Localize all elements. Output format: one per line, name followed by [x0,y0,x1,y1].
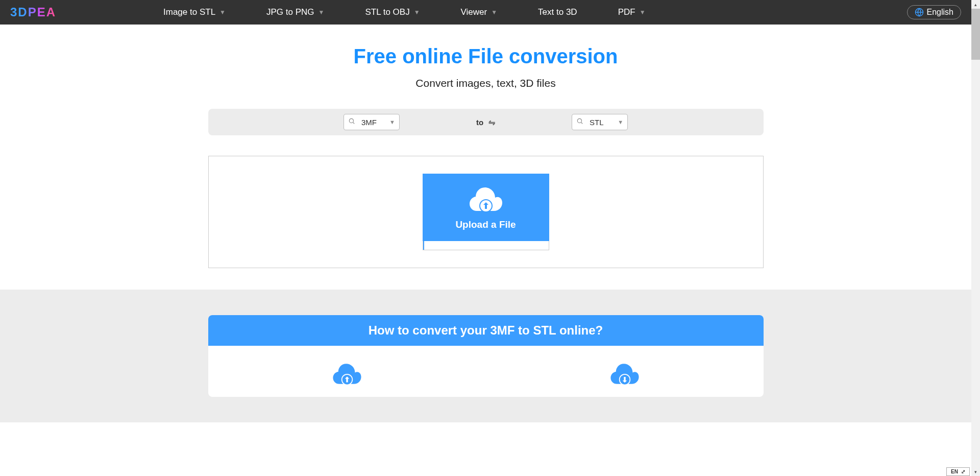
to-label-group: to ⇋ [476,117,495,127]
svg-point-2 [349,118,353,123]
swap-icon[interactable]: ⇋ [488,117,495,127]
nav-pdf[interactable]: PDF ▼ [618,7,646,17]
svg-line-5 [581,122,582,124]
to-format-select[interactable]: STL ▼ [572,114,628,130]
nav-stl-to-obj[interactable]: STL to OBJ ▼ [365,7,420,17]
language-label: English [927,8,953,17]
conversion-bar: 3MF ▼ to ⇋ STL ▼ [208,109,764,135]
nav-jpg-to-png[interactable]: JPG to PNG ▼ [266,7,324,17]
cloud-upload-icon [333,361,361,387]
chevron-down-icon: ▼ [219,9,226,16]
howto-step-upload [333,361,361,387]
svg-point-4 [577,118,581,123]
chevron-down-icon: ▼ [491,9,497,16]
search-icon [576,117,583,127]
to-label: to [476,118,483,127]
upload-button[interactable]: Upload a File [423,174,549,241]
upload-label: Upload a File [455,219,516,230]
cloud-upload-icon [470,184,502,214]
nav-label: JPG to PNG [266,7,314,17]
chevron-down-icon: ▼ [640,9,646,16]
language-selector[interactable]: English [907,5,961,19]
page-title: Free online File conversion [0,45,971,68]
chevron-down-icon: ▼ [318,9,325,16]
scroll-up-arrow[interactable]: ▴ [971,0,980,9]
from-format-select[interactable]: 3MF ▼ [344,114,400,130]
cloud-download-icon [610,361,639,387]
howto-step-download [610,361,639,387]
logo[interactable]: 3DPEA [10,5,56,19]
chevron-down-icon: ▼ [389,119,395,125]
nav-label: Image to STL [163,7,215,17]
svg-line-3 [353,122,354,124]
nav-label: Text to 3D [538,7,577,17]
to-format-value: STL [587,118,614,127]
howto-section: How to convert your 3MF to STL online? [0,290,971,422]
nav-image-to-stl[interactable]: Image to STL ▼ [163,7,226,17]
nav-label: Viewer [461,7,487,17]
globe-icon [915,8,924,17]
page-subtitle: Convert images, text, 3D files [0,77,971,89]
nav-label: STL to OBJ [365,7,409,17]
scrollbar[interactable]: ▴ ▾ [971,0,980,422]
main-nav: Image to STL ▼ JPG to PNG ▼ STL to OBJ ▼… [163,7,645,17]
header: 3DPEA Image to STL ▼ JPG to PNG ▼ STL to… [0,0,971,25]
search-icon [348,117,355,127]
chevron-down-icon: ▼ [618,119,623,125]
from-format-value: 3MF [359,118,385,127]
nav-label: PDF [618,7,635,17]
upload-progress [423,241,549,250]
scrollbar-thumb[interactable] [971,9,980,60]
chevron-down-icon: ▼ [414,9,420,16]
howto-title: How to convert your 3MF to STL online? [208,315,764,346]
nav-text-to-3d[interactable]: Text to 3D [538,7,577,17]
nav-viewer[interactable]: Viewer ▼ [461,7,498,17]
upload-dropzone[interactable]: Upload a File [208,156,764,268]
